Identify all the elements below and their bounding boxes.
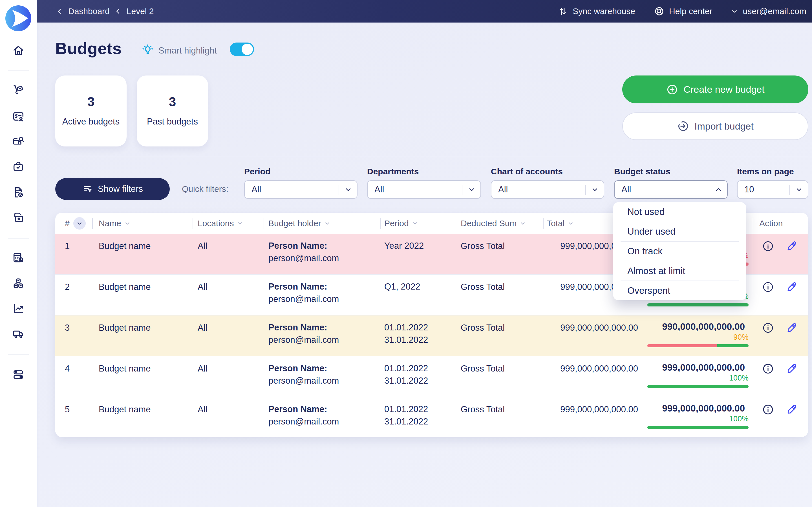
locations: All <box>198 322 207 334</box>
folder-receipt-icon[interactable] <box>12 211 25 224</box>
column-header-period[interactable]: Period <box>384 218 418 229</box>
edit-pencil-icon[interactable] <box>785 362 798 375</box>
truck-icon[interactable] <box>12 328 25 341</box>
budget-name: Budget name <box>99 281 151 293</box>
hand-truck-icon[interactable] <box>12 84 25 97</box>
sidebar-divider <box>8 238 29 238</box>
cubes-icon[interactable] <box>12 277 25 290</box>
edit-pencil-icon[interactable] <box>785 322 798 334</box>
status-option-not-used[interactable]: Not used <box>613 202 746 222</box>
chevron-down-icon <box>519 220 526 227</box>
column-header-locations[interactable]: Locations <box>198 218 243 229</box>
budget-holder: Person Name:person@mail.com <box>268 281 339 304</box>
import-budget-button[interactable]: Import budget <box>622 112 808 140</box>
help-center-button[interactable]: Help center <box>654 6 712 17</box>
chevron-down-icon <box>324 220 331 227</box>
sidebar-divider <box>8 354 29 355</box>
header-divider <box>543 218 544 229</box>
checklist-user-icon[interactable] <box>12 110 25 123</box>
status-option-almost-at-limit[interactable]: Almost at limit <box>613 261 746 281</box>
edit-pencil-icon[interactable] <box>785 240 798 252</box>
budget-name: Budget name <box>99 363 151 374</box>
progress-bar <box>647 426 749 429</box>
line-chart-icon[interactable] <box>12 302 25 315</box>
status-option-overspent[interactable]: Overspent <box>613 281 746 300</box>
column-header-name[interactable]: Name <box>99 218 131 229</box>
info-icon[interactable] <box>762 240 774 252</box>
chart-of-accounts-select[interactable]: All <box>491 180 604 199</box>
user-email: user@email.com <box>743 6 806 16</box>
help-center-label: Help center <box>669 6 712 16</box>
page-title: Budgets <box>55 39 122 58</box>
num-sort-badge[interactable] <box>73 217 86 230</box>
status-option-under-used[interactable]: Under used <box>613 222 746 241</box>
progress-bar <box>647 344 749 347</box>
smart-highlight-label: Smart highlight <box>158 45 217 56</box>
topbar: Dashboard Level 2 Sync warehouse Help ce… <box>37 0 812 22</box>
create-new-budget-button[interactable]: Create new budget <box>622 75 808 103</box>
info-icon[interactable] <box>762 281 774 293</box>
progress-bar <box>647 385 749 388</box>
chevron-down-icon <box>124 220 131 227</box>
calculator-coins-icon[interactable] <box>12 251 25 265</box>
percent-label: 100% <box>647 414 749 423</box>
departments-select[interactable]: All <box>367 180 481 199</box>
show-filters-button[interactable]: Show filters <box>55 178 170 200</box>
total-value: 999,000,000,000.00 <box>546 322 638 334</box>
spent-value: 990,000,000,000.00 <box>645 321 745 332</box>
table-row[interactable]: 5 Budget name All Person Name:person@mai… <box>55 397 808 437</box>
header-divider <box>193 218 193 229</box>
truck-search-icon[interactable] <box>12 135 25 148</box>
locations: All <box>198 281 207 293</box>
period-select[interactable]: All <box>244 180 357 199</box>
budget-holder: Person Name:person@mail.com <box>268 363 339 386</box>
filter-label-items-on-page: Items on page <box>737 167 794 176</box>
user-menu[interactable]: user@email.com <box>731 6 806 16</box>
budget-holder: Person Name:person@mail.com <box>268 404 339 427</box>
table-row[interactable]: 4 Budget name All Person Name:person@mai… <box>55 356 808 397</box>
percent-label: 100% <box>647 374 749 382</box>
table-row[interactable]: 3 Budget name All Person Name:person@mai… <box>55 316 808 356</box>
items-on-page-select[interactable]: 10 <box>737 180 808 199</box>
edit-pencil-icon[interactable] <box>785 281 798 293</box>
bag-check-icon[interactable] <box>12 161 25 173</box>
back-chevron-icon <box>56 7 64 15</box>
smart-highlight-toggle[interactable] <box>230 43 254 56</box>
column-header-budget-holder[interactable]: Budget holder <box>268 218 331 229</box>
sync-warehouse-label: Sync warehouse <box>573 6 635 16</box>
column-header-total[interactable]: Total <box>547 218 574 229</box>
app-logo-icon[interactable] <box>5 5 32 32</box>
breadcrumb-level-2[interactable]: Level 2 <box>126 6 154 16</box>
document-check-icon[interactable] <box>12 186 25 199</box>
budget-status-dropdown: Not used Under used On track Almost at l… <box>613 202 746 300</box>
home-icon[interactable] <box>12 44 25 57</box>
row-number: 5 <box>65 404 70 415</box>
active-budgets-card: 3 Active budgets <box>55 75 126 147</box>
period: Q1, 2022 <box>384 281 420 294</box>
period: Year 2022 <box>384 240 424 253</box>
breadcrumb-dashboard[interactable]: Dashboard <box>68 6 110 16</box>
filter-label-budget-status: Budget status <box>614 167 670 176</box>
import-arrow-icon <box>677 120 689 132</box>
chart-of-accounts-select-value: All <box>492 184 508 194</box>
chevron-down-icon <box>591 185 599 194</box>
chevron-down-icon <box>731 8 738 15</box>
column-header-num[interactable]: # <box>65 218 70 229</box>
filter-label-period: Period <box>244 167 270 176</box>
status-option-on-track[interactable]: On track <box>613 242 746 261</box>
budget-name: Budget name <box>99 404 151 415</box>
deducted-sum: Gross Total <box>461 363 505 374</box>
header-divider <box>92 218 93 229</box>
row-number: 4 <box>65 363 70 374</box>
filter-label-departments: Departments <box>367 167 419 176</box>
info-icon[interactable] <box>762 322 774 334</box>
info-icon[interactable] <box>762 362 774 375</box>
sync-warehouse-button[interactable]: Sync warehouse <box>557 6 635 17</box>
edit-pencil-icon[interactable] <box>785 403 798 416</box>
info-icon[interactable] <box>762 403 774 416</box>
chevron-down-icon <box>344 185 352 194</box>
budget-status-select[interactable]: All <box>614 180 728 199</box>
column-header-deducted-sum[interactable]: Deducted Sum <box>461 218 526 229</box>
toggles-icon[interactable] <box>12 368 25 381</box>
progress-bar <box>647 303 749 306</box>
